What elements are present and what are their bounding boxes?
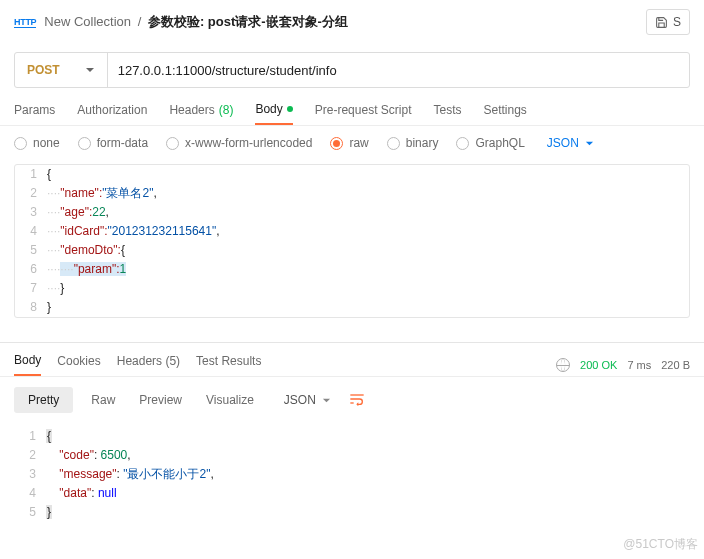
raw-format-label: JSON bbox=[547, 136, 579, 150]
tab-body-label: Body bbox=[255, 102, 282, 116]
wrap-lines-button[interactable] bbox=[349, 392, 365, 409]
radio-xwww[interactable]: x-www-form-urlencoded bbox=[166, 136, 312, 150]
url-input[interactable]: 127.0.0.1:11000/structure/student/info bbox=[108, 53, 689, 87]
radio-icon bbox=[456, 137, 469, 150]
breadcrumb-collection[interactable]: New Collection bbox=[44, 14, 131, 29]
headers-count: (8) bbox=[219, 103, 234, 117]
code-key: "data" bbox=[59, 486, 91, 500]
status-time: 7 ms bbox=[627, 359, 651, 371]
status-code: 200 OK bbox=[580, 359, 617, 371]
view-visualize[interactable]: Visualize bbox=[206, 393, 254, 407]
code-key: "age" bbox=[60, 205, 89, 219]
chevron-down-icon bbox=[585, 139, 594, 148]
tab-headers[interactable]: Headers (8) bbox=[169, 102, 233, 125]
status-size: 220 B bbox=[661, 359, 690, 371]
code-brace: } bbox=[47, 300, 51, 314]
radio-formdata[interactable]: form-data bbox=[78, 136, 148, 150]
code-val: null bbox=[98, 486, 117, 500]
view-pretty[interactable]: Pretty bbox=[14, 387, 73, 413]
radio-none[interactable]: none bbox=[14, 136, 60, 150]
code-key: "name" bbox=[60, 186, 99, 200]
view-raw[interactable]: Raw bbox=[91, 393, 115, 407]
chevron-down-icon bbox=[85, 65, 95, 75]
url-bar: POST 127.0.0.1:11000/structure/student/i… bbox=[14, 52, 690, 88]
code-val: "最小不能小于2" bbox=[123, 467, 210, 481]
code-key: "param" bbox=[74, 262, 117, 276]
resp-tab-body[interactable]: Body bbox=[14, 353, 41, 376]
breadcrumb: New Collection / 参数校验: post请求-嵌套对象-分组 bbox=[44, 13, 348, 31]
code-brace: } bbox=[46, 505, 52, 519]
resp-tab-cookies[interactable]: Cookies bbox=[57, 354, 100, 375]
view-preview[interactable]: Preview bbox=[139, 393, 182, 407]
radio-icon bbox=[166, 137, 179, 150]
response-format-select[interactable]: JSON bbox=[284, 393, 331, 407]
code-val: "201231232115641" bbox=[108, 224, 217, 238]
radio-binary[interactable]: binary bbox=[387, 136, 439, 150]
http-method-label: POST bbox=[27, 63, 60, 77]
response-panel: Body Cookies Headers (5) Test Results 20… bbox=[0, 342, 704, 522]
code-val: "菜单名2" bbox=[102, 186, 153, 200]
wrap-icon bbox=[349, 392, 365, 406]
tab-params[interactable]: Params bbox=[14, 102, 55, 125]
code-brace: { bbox=[46, 429, 52, 443]
radio-graphql-label: GraphQL bbox=[475, 136, 524, 150]
code-key: "message" bbox=[59, 467, 116, 481]
body-type-row: none form-data x-www-form-urlencoded raw… bbox=[0, 126, 704, 160]
code-key: "demoDto" bbox=[60, 243, 117, 257]
radio-raw-label: raw bbox=[349, 136, 368, 150]
request-body-editor[interactable]: 1{ 2····"name":"菜单名2", 3····"age":22, 4·… bbox=[14, 164, 690, 318]
radio-xwww-label: x-www-form-urlencoded bbox=[185, 136, 312, 150]
response-tabs: Body Cookies Headers (5) Test Results 20… bbox=[0, 347, 704, 376]
radio-icon bbox=[330, 137, 343, 150]
save-icon bbox=[655, 16, 668, 29]
resp-headers-count: (5) bbox=[165, 354, 180, 368]
http-method-select[interactable]: POST bbox=[15, 53, 108, 87]
save-label: S bbox=[673, 15, 681, 29]
save-button[interactable]: S bbox=[646, 9, 690, 35]
code-brace: } bbox=[60, 281, 64, 295]
tab-headers-label: Headers bbox=[169, 103, 214, 117]
tab-body[interactable]: Body bbox=[255, 102, 292, 125]
body-indicator-icon bbox=[287, 106, 293, 112]
request-tabs: Params Authorization Headers (8) Body Pr… bbox=[0, 88, 704, 125]
watermark: @51CTO博客 bbox=[623, 536, 698, 553]
tab-prerequest[interactable]: Pre-request Script bbox=[315, 102, 412, 125]
response-view-bar: Pretty Raw Preview Visualize JSON bbox=[0, 377, 704, 423]
raw-format-select[interactable]: JSON bbox=[547, 136, 594, 150]
tab-tests[interactable]: Tests bbox=[433, 102, 461, 125]
radio-none-label: none bbox=[33, 136, 60, 150]
code-val: 1 bbox=[120, 262, 127, 276]
response-body-viewer[interactable]: 1{ 2 "code": 6500, 3 "message": "最小不能小于2… bbox=[14, 427, 690, 522]
radio-graphql[interactable]: GraphQL bbox=[456, 136, 524, 150]
breadcrumb-sep: / bbox=[138, 14, 142, 29]
code-brace: { bbox=[47, 167, 51, 181]
code-brace: { bbox=[121, 243, 125, 257]
radio-raw[interactable]: raw bbox=[330, 136, 368, 150]
radio-icon bbox=[78, 137, 91, 150]
tab-settings[interactable]: Settings bbox=[484, 102, 527, 125]
code-key: "idCard" bbox=[60, 224, 104, 238]
response-format-label: JSON bbox=[284, 393, 316, 407]
globe-icon[interactable] bbox=[556, 358, 570, 372]
resp-tab-headers[interactable]: Headers (5) bbox=[117, 354, 180, 375]
resp-tab-testresults[interactable]: Test Results bbox=[196, 354, 261, 375]
code-val: 22 bbox=[92, 205, 105, 219]
breadcrumb-title: 参数校验: post请求-嵌套对象-分组 bbox=[148, 14, 348, 29]
chevron-down-icon bbox=[322, 396, 331, 405]
code-key: "code" bbox=[59, 448, 94, 462]
radio-icon bbox=[14, 137, 27, 150]
radio-binary-label: binary bbox=[406, 136, 439, 150]
http-badge: HTTP bbox=[14, 17, 36, 28]
tab-authorization[interactable]: Authorization bbox=[77, 102, 147, 125]
radio-formdata-label: form-data bbox=[97, 136, 148, 150]
resp-headers-label: Headers bbox=[117, 354, 162, 368]
code-val: 6500 bbox=[101, 448, 128, 462]
radio-icon bbox=[387, 137, 400, 150]
